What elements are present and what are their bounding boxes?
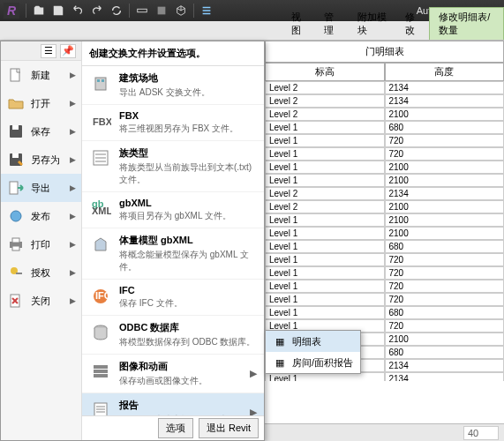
ribbon-tab-4[interactable]: 修改明细表/数量 [429,7,504,40]
svg-rect-25 [94,370,108,373]
qat-save-icon[interactable] [49,3,67,19]
appmenu-folder-open[interactable]: 打开▶ [1,89,81,117]
table-row[interactable]: Level 22100 [265,200,504,213]
table-row[interactable]: Level 12100 [265,227,504,240]
file-new-icon [6,66,26,84]
svg-text:XML: XML [92,206,111,216]
export-odbc[interactable]: ODBC 数据库将模型数据保存到 ODBC 数据库。 [82,316,264,355]
table-row[interactable]: Level 12100 [265,161,504,174]
publish-icon [6,207,26,225]
qat-sync-icon[interactable] [108,3,125,19]
appmenu-publish[interactable]: 发布▶ [1,202,81,230]
close-icon [6,292,26,310]
ribbon-tab-2[interactable]: 附加模块 [349,8,397,40]
app-menu: ☰ 📌 新建▶打开▶保存▶另存为▶导出▶发布▶打印▶授权▶关闭▶ 创建交换文件并… [0,41,265,441]
ribbon-tab-3[interactable]: 修改 [396,8,429,40]
table-row[interactable]: Level 1720 [265,280,504,293]
qat-section-icon[interactable] [153,3,170,19]
schedule-title: 门明细表 [265,41,504,63]
svg-rect-15 [97,79,100,82]
appmenu-file-new[interactable]: 新建▶ [1,61,81,89]
report-icon [89,399,112,415]
options-button[interactable]: 选项 [158,418,193,438]
family-icon [89,146,112,169]
save-as-icon [6,151,26,168]
chevron-right-icon: ▶ [250,407,257,415]
table-row[interactable]: Level 1720 [265,134,504,147]
export-ifc[interactable]: IFCIFC保存 IFC 文件。 [82,280,264,316]
table-row[interactable]: Level 1720 [265,147,504,161]
svg-rect-16 [102,79,104,82]
revit-logo[interactable]: R [4,3,19,19]
image-icon [89,360,112,383]
appmenu-print[interactable]: 打印▶ [1,230,81,258]
table-row[interactable]: Level 1680 [265,240,504,253]
export-building[interactable]: 建筑场地导出 ADSK 交换文件。 [82,66,264,105]
qat-3d-icon[interactable] [172,3,190,19]
svg-rect-10 [12,246,19,250]
flyout-room[interactable]: ▦房间/面积报告 [266,352,360,373]
export-panel-header: 创建交换文件并设置选项。 [82,41,264,66]
pin-icon[interactable]: 📌 [60,44,76,58]
schedule-icon: ▦ [273,334,287,348]
chevron-right-icon: ▶ [70,71,76,79]
table-row[interactable]: Level 12100 [265,213,504,227]
exit-revit-button[interactable]: 退出 Revit [199,418,259,438]
flyout-schedule[interactable]: ▦明细表 [266,331,360,352]
chevron-right-icon: ▶ [70,296,76,305]
chevron-right-icon: ▶ [70,212,76,220]
svg-rect-14 [95,78,106,90]
svg-text:FBX: FBX [93,116,111,127]
print-icon [6,235,26,253]
qat-redo-icon[interactable] [88,3,106,19]
chevron-right-icon: ▶ [250,368,257,379]
appmenu-license[interactable]: 授权▶ [1,258,81,287]
svg-rect-26 [94,374,108,377]
table-row[interactable]: Level 22100 [265,108,504,121]
qat-undo-icon[interactable] [69,3,87,19]
qat-open-icon[interactable] [30,3,48,19]
svg-rect-9 [12,238,19,243]
export-report[interactable]: 报告保存明细表或房间/面积报告。▶ [82,393,264,415]
ribbon-tab-0[interactable]: 视图 [282,8,315,40]
recent-docs-icon[interactable]: ☰ [41,44,56,58]
export-gbxml[interactable]: gbXMLgbXML将项目另存为 gbXML 文件。 [82,192,264,228]
appmenu-export[interactable]: 导出▶ [1,174,81,202]
svg-text:IFC: IFC [95,290,111,301]
table-row[interactable]: Level 1680 [265,121,504,134]
export-icon [6,179,26,197]
export-fbx[interactable]: FBXFBX将三维视图另存为 FBX 文件。 [82,105,264,141]
qat-list-icon[interactable] [198,3,215,19]
chevron-right-icon: ▶ [70,268,76,277]
svg-rect-1 [11,69,19,81]
appmenu-save-as[interactable]: 另存为▶ [1,146,81,174]
svg-rect-12 [16,273,22,274]
table-row[interactable]: Level 22134 [265,94,504,108]
table-row[interactable]: Level 1720 [265,253,504,266]
mass-icon [89,234,112,257]
appmenu-save[interactable]: 保存▶ [1,117,81,146]
table-row[interactable]: Level 12100 [265,174,504,187]
gbxml-icon: gbXML [89,198,112,220]
table-row[interactable]: Level 22134 [265,187,504,200]
appmenu-close[interactable]: 关闭▶ [1,287,81,315]
svg-rect-3 [12,125,19,130]
ifc-icon: IFC [89,285,112,308]
export-mass[interactable]: 体量模型 gbXML将概念能量模型保存为 gbXML 文件。 [82,228,264,280]
table-row[interactable]: Level 22134 [265,81,504,94]
license-icon [6,264,26,281]
schedule-col-header[interactable]: 高度 [385,63,505,81]
table-row[interactable]: Level 1720 [265,266,504,280]
odbc-icon [89,321,112,344]
export-family[interactable]: 族类型将族类型从当前族导出到文本(.txt)文件。 [82,141,264,192]
table-row[interactable]: Level 1680 [265,306,504,319]
export-image[interactable]: 图像和动画保存动画或图像文件。▶ [82,355,264,393]
svg-rect-6 [10,182,18,194]
chevron-right-icon: ▶ [70,183,76,192]
schedule-col-header[interactable]: 标高 [265,63,385,81]
chevron-right-icon: ▶ [70,155,76,164]
room-icon: ▦ [273,355,287,370]
ribbon-tab-1[interactable]: 管理 [315,8,348,40]
table-row[interactable]: Level 1720 [265,293,504,306]
qat-measure-icon[interactable] [133,3,151,19]
